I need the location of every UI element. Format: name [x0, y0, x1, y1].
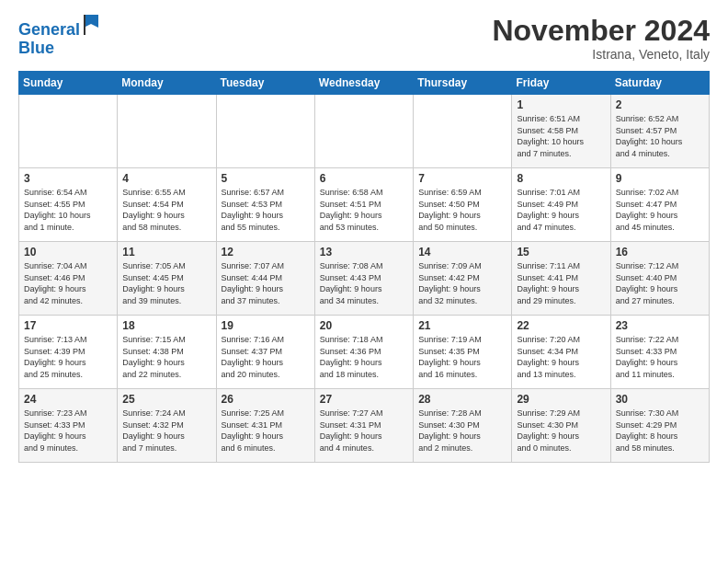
day-number: 23: [616, 319, 704, 332]
day-info: Sunrise: 7:13 AM Sunset: 4:39 PM Dayligh…: [24, 334, 112, 380]
calendar-cell: 4Sunrise: 6:55 AM Sunset: 4:54 PM Daylig…: [118, 168, 216, 242]
calendar-cell: 24Sunrise: 7:23 AM Sunset: 4:33 PM Dayli…: [19, 389, 118, 463]
week-row-1: 1Sunrise: 6:51 AM Sunset: 4:58 PM Daylig…: [19, 95, 710, 168]
day-number: 25: [122, 393, 210, 406]
calendar-cell: 16Sunrise: 7:12 AM Sunset: 4:40 PM Dayli…: [610, 242, 709, 316]
calendar-cell: [414, 95, 512, 168]
day-header-friday: Friday: [512, 72, 610, 95]
day-info: Sunrise: 7:08 AM Sunset: 4:43 PM Dayligh…: [320, 260, 408, 306]
day-info: Sunrise: 7:23 AM Sunset: 4:33 PM Dayligh…: [24, 408, 112, 454]
day-info: Sunrise: 6:51 AM Sunset: 4:58 PM Dayligh…: [517, 113, 605, 159]
day-number: 7: [418, 172, 506, 185]
calendar-cell: 8Sunrise: 7:01 AM Sunset: 4:49 PM Daylig…: [512, 168, 610, 242]
day-info: Sunrise: 7:18 AM Sunset: 4:36 PM Dayligh…: [320, 334, 408, 380]
day-info: Sunrise: 7:30 AM Sunset: 4:29 PM Dayligh…: [616, 408, 704, 454]
calendar-cell: 14Sunrise: 7:09 AM Sunset: 4:42 PM Dayli…: [414, 242, 512, 316]
day-info: Sunrise: 7:19 AM Sunset: 4:35 PM Dayligh…: [418, 334, 506, 380]
week-row-2: 3Sunrise: 6:54 AM Sunset: 4:55 PM Daylig…: [19, 168, 710, 242]
calendar-cell: 1Sunrise: 6:51 AM Sunset: 4:58 PM Daylig…: [512, 95, 610, 168]
day-info: Sunrise: 6:59 AM Sunset: 4:50 PM Dayligh…: [418, 187, 506, 233]
calendar-cell: [19, 95, 118, 168]
day-header-sunday: Sunday: [19, 72, 118, 95]
calendar-cell: 13Sunrise: 7:08 AM Sunset: 4:43 PM Dayli…: [314, 242, 413, 316]
day-number: 16: [616, 246, 704, 259]
calendar-cell: 25Sunrise: 7:24 AM Sunset: 4:32 PM Dayli…: [118, 389, 216, 463]
day-number: 19: [222, 319, 310, 332]
week-row-5: 24Sunrise: 7:23 AM Sunset: 4:33 PM Dayli…: [19, 389, 710, 463]
day-info: Sunrise: 7:24 AM Sunset: 4:32 PM Dayligh…: [122, 408, 210, 454]
calendar-cell: 3Sunrise: 6:54 AM Sunset: 4:55 PM Daylig…: [19, 168, 118, 242]
calendar-cell: 2Sunrise: 6:52 AM Sunset: 4:57 PM Daylig…: [610, 95, 709, 168]
day-number: 26: [222, 393, 310, 406]
calendar-cell: 12Sunrise: 7:07 AM Sunset: 4:44 PM Dayli…: [216, 242, 314, 316]
day-header-saturday: Saturday: [610, 72, 709, 95]
day-info: Sunrise: 7:05 AM Sunset: 4:45 PM Dayligh…: [122, 260, 210, 306]
day-info: Sunrise: 7:20 AM Sunset: 4:34 PM Dayligh…: [517, 334, 605, 380]
day-number: 21: [418, 319, 506, 332]
logo-blue: Blue: [18, 40, 100, 58]
day-number: 22: [517, 319, 605, 332]
day-number: 4: [122, 172, 210, 185]
day-info: Sunrise: 7:15 AM Sunset: 4:38 PM Dayligh…: [122, 334, 210, 380]
day-number: 14: [418, 246, 506, 259]
day-number: 15: [517, 246, 605, 259]
day-info: Sunrise: 6:55 AM Sunset: 4:54 PM Dayligh…: [122, 187, 210, 233]
day-info: Sunrise: 7:29 AM Sunset: 4:30 PM Dayligh…: [517, 408, 605, 454]
svg-marker-0: [84, 15, 98, 28]
calendar-cell: 19Sunrise: 7:16 AM Sunset: 4:37 PM Dayli…: [216, 316, 314, 389]
week-row-4: 17Sunrise: 7:13 AM Sunset: 4:39 PM Dayli…: [19, 316, 710, 389]
day-info: Sunrise: 7:22 AM Sunset: 4:33 PM Dayligh…: [616, 334, 704, 380]
day-info: Sunrise: 7:25 AM Sunset: 4:31 PM Dayligh…: [222, 408, 310, 454]
calendar-cell: 28Sunrise: 7:28 AM Sunset: 4:30 PM Dayli…: [414, 389, 512, 463]
calendar-cell: 6Sunrise: 6:58 AM Sunset: 4:51 PM Daylig…: [314, 168, 413, 242]
month-title: November 2024: [492, 15, 710, 47]
day-number: 5: [222, 172, 310, 185]
day-header-tuesday: Tuesday: [216, 72, 314, 95]
day-number: 8: [517, 172, 605, 185]
calendar-cell: 29Sunrise: 7:29 AM Sunset: 4:30 PM Dayli…: [512, 389, 610, 463]
day-info: Sunrise: 7:11 AM Sunset: 4:41 PM Dayligh…: [517, 260, 605, 306]
day-info: Sunrise: 7:27 AM Sunset: 4:31 PM Dayligh…: [320, 408, 408, 454]
calendar-cell: 30Sunrise: 7:30 AM Sunset: 4:29 PM Dayli…: [610, 389, 709, 463]
calendar-cell: [216, 95, 314, 168]
calendar-cell: 7Sunrise: 6:59 AM Sunset: 4:50 PM Daylig…: [414, 168, 512, 242]
day-number: 27: [320, 393, 408, 406]
day-number: 29: [517, 393, 605, 406]
day-number: 18: [122, 319, 210, 332]
calendar-cell: [118, 95, 216, 168]
day-number: 2: [616, 98, 704, 111]
day-info: Sunrise: 7:28 AM Sunset: 4:30 PM Dayligh…: [418, 408, 506, 454]
calendar-cell: 27Sunrise: 7:27 AM Sunset: 4:31 PM Dayli…: [314, 389, 413, 463]
title-block: November 2024 Istrana, Veneto, Italy: [492, 15, 710, 62]
header-row: SundayMondayTuesdayWednesdayThursdayFrid…: [19, 72, 710, 95]
day-info: Sunrise: 7:16 AM Sunset: 4:37 PM Dayligh…: [222, 334, 310, 380]
calendar-cell: 23Sunrise: 7:22 AM Sunset: 4:33 PM Dayli…: [610, 316, 709, 389]
day-number: 1: [517, 98, 605, 111]
header: General Blue November 2024 Istrana, Vene…: [18, 15, 710, 62]
day-info: Sunrise: 7:04 AM Sunset: 4:46 PM Dayligh…: [24, 260, 112, 306]
day-info: Sunrise: 7:09 AM Sunset: 4:42 PM Dayligh…: [418, 260, 506, 306]
day-number: 11: [122, 246, 210, 259]
day-info: Sunrise: 6:54 AM Sunset: 4:55 PM Dayligh…: [24, 187, 112, 233]
calendar-cell: 26Sunrise: 7:25 AM Sunset: 4:31 PM Dayli…: [216, 389, 314, 463]
calendar-cell: 20Sunrise: 7:18 AM Sunset: 4:36 PM Dayli…: [314, 316, 413, 389]
calendar-cell: 15Sunrise: 7:11 AM Sunset: 4:41 PM Dayli…: [512, 242, 610, 316]
day-info: Sunrise: 7:07 AM Sunset: 4:44 PM Dayligh…: [222, 260, 310, 306]
day-header-thursday: Thursday: [414, 72, 512, 95]
calendar-body: 1Sunrise: 6:51 AM Sunset: 4:58 PM Daylig…: [19, 95, 710, 463]
location: Istrana, Veneto, Italy: [492, 47, 710, 62]
logo: General Blue: [18, 15, 100, 58]
day-number: 13: [320, 246, 408, 259]
calendar-cell: 18Sunrise: 7:15 AM Sunset: 4:38 PM Dayli…: [118, 316, 216, 389]
day-header-monday: Monday: [118, 72, 216, 95]
week-row-3: 10Sunrise: 7:04 AM Sunset: 4:46 PM Dayli…: [19, 242, 710, 316]
calendar-cell: 11Sunrise: 7:05 AM Sunset: 4:45 PM Dayli…: [118, 242, 216, 316]
page: General Blue November 2024 Istrana, Vene…: [0, 0, 728, 472]
calendar-cell: 9Sunrise: 7:02 AM Sunset: 4:47 PM Daylig…: [610, 168, 709, 242]
day-number: 3: [24, 172, 112, 185]
day-info: Sunrise: 7:02 AM Sunset: 4:47 PM Dayligh…: [616, 187, 704, 233]
day-number: 20: [320, 319, 408, 332]
day-number: 6: [320, 172, 408, 185]
calendar-table: SundayMondayTuesdayWednesdayThursdayFrid…: [18, 71, 710, 463]
day-info: Sunrise: 6:52 AM Sunset: 4:57 PM Dayligh…: [616, 113, 704, 159]
